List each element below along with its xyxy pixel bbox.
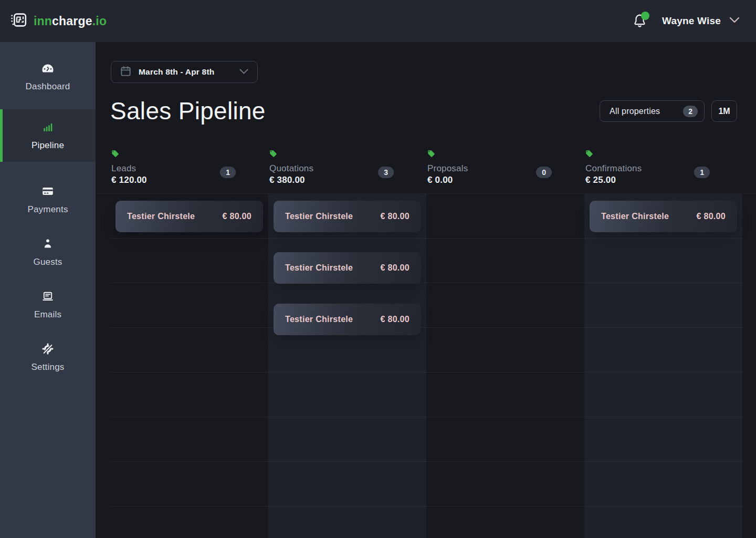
- laptop-icon: [41, 290, 54, 303]
- tag-icon: [269, 150, 277, 159]
- gear-icon: [41, 343, 54, 355]
- period-button[interactable]: 1M: [711, 100, 737, 122]
- sidebar-item-label: Settings: [31, 362, 64, 373]
- logo-text: inncharge.io: [34, 14, 107, 28]
- card-guest-name: Testier Chirstele: [285, 263, 353, 273]
- date-range-text: March 8th - Apr 8th: [139, 67, 214, 77]
- all-properties-label: All properties: [610, 107, 660, 116]
- column-name: Leads: [111, 163, 268, 174]
- date-range-selector[interactable]: March 8th - Apr 8th: [111, 61, 258, 83]
- column-name: Confirmations: [585, 163, 742, 174]
- kanban-column-quotations: Testier Chirstele € 80.00 Testier Chirst…: [268, 194, 426, 538]
- card-guest-name: Testier Chirstele: [601, 212, 669, 221]
- sidebar-item-label: Payments: [27, 204, 68, 215]
- column-name: Proposals: [427, 163, 584, 174]
- sidebar-item-label: Dashboard: [26, 81, 70, 92]
- qr-logo-icon: [10, 12, 27, 30]
- column-count-badge: 3: [378, 167, 394, 178]
- sidebar-item-dashboard[interactable]: Dashboard: [0, 50, 96, 103]
- sidebar-item-pipeline[interactable]: Pipeline: [0, 109, 96, 162]
- sidebar-item-label: Emails: [34, 309, 61, 320]
- column-total: € 25.00: [585, 175, 742, 185]
- logo[interactable]: inncharge.io: [10, 12, 107, 30]
- pipeline-card[interactable]: Testier Chirstele € 80.00: [274, 201, 421, 232]
- card-guest-name: Testier Chirstele: [285, 212, 353, 221]
- chevron-down-icon: [729, 16, 740, 26]
- sidebar: Dashboard Pipeline Payments: [0, 42, 96, 538]
- topbar: inncharge.io Wayne Wise: [0, 0, 756, 42]
- kanban-column-confirmations: Testier Chirstele € 80.00: [584, 194, 742, 538]
- card-amount: € 80.00: [381, 263, 410, 273]
- person-icon: [41, 237, 54, 250]
- column-count-badge: 0: [536, 167, 552, 178]
- column-header-leads: Leads € 120.00 1: [110, 150, 268, 185]
- page-title: Sales Pipeline: [110, 97, 266, 125]
- credit-card-icon: [41, 185, 54, 198]
- sidebar-item-emails[interactable]: Emails: [0, 278, 96, 331]
- column-count-badge: 1: [220, 167, 236, 178]
- sidebar-item-settings[interactable]: Settings: [0, 331, 96, 384]
- bar-chart-icon: [41, 121, 54, 133]
- pipeline-card[interactable]: Testier Chirstele € 80.00: [274, 252, 421, 284]
- card-guest-name: Testier Chirstele: [285, 315, 353, 324]
- kanban-column-leads: Testier Chirstele € 80.00: [110, 194, 268, 538]
- tag-icon: [111, 150, 119, 159]
- pipeline-card[interactable]: Testier Chirstele € 80.00: [590, 201, 737, 232]
- card-amount: € 80.00: [381, 315, 410, 324]
- card-amount: € 80.00: [697, 212, 726, 221]
- tag-icon: [427, 150, 435, 159]
- pipeline-card[interactable]: Testier Chirstele € 80.00: [274, 304, 421, 335]
- notifications-button[interactable]: [633, 13, 647, 29]
- card-amount: € 80.00: [223, 212, 251, 221]
- column-header-confirmations: Confirmations € 25.00 1: [584, 150, 742, 185]
- gauge-icon: [41, 62, 54, 75]
- user-menu[interactable]: Wayne Wise: [662, 15, 740, 27]
- kanban-column-proposals: [426, 194, 584, 538]
- chevron-down-icon: [239, 68, 249, 76]
- sidebar-item-label: Guests: [33, 257, 62, 267]
- sidebar-item-label: Pipeline: [32, 140, 64, 151]
- main-content: March 8th - Apr 8th Sales Pipeline All p…: [96, 42, 756, 538]
- all-properties-button[interactable]: All properties 2: [600, 100, 705, 122]
- column-total: € 380.00: [269, 175, 426, 185]
- user-name: Wayne Wise: [662, 15, 721, 27]
- tag-icon: [585, 150, 593, 159]
- pipeline-column-headers: Leads € 120.00 1 Quotations € 380.00 3 P…: [110, 150, 742, 185]
- column-count-badge: 1: [694, 167, 710, 178]
- column-name: Quotations: [269, 163, 426, 174]
- bell-icon: [633, 21, 647, 30]
- card-guest-name: Testier Chirstele: [127, 212, 195, 221]
- sidebar-item-payments[interactable]: Payments: [0, 173, 96, 226]
- kanban-board: Testier Chirstele € 80.00 Testier Chirst…: [96, 193, 756, 538]
- properties-count-badge: 2: [683, 106, 698, 117]
- column-total: € 0.00: [427, 175, 584, 185]
- notification-dot: [641, 12, 649, 20]
- column-total: € 120.00: [111, 175, 268, 185]
- pipeline-card[interactable]: Testier Chirstele € 80.00: [116, 201, 263, 232]
- column-header-proposals: Proposals € 0.00 0: [426, 150, 584, 185]
- sidebar-item-guests[interactable]: Guests: [0, 226, 96, 278]
- calendar-icon: [120, 65, 132, 79]
- card-amount: € 80.00: [381, 212, 410, 221]
- column-header-quotations: Quotations € 380.00 3: [268, 150, 426, 185]
